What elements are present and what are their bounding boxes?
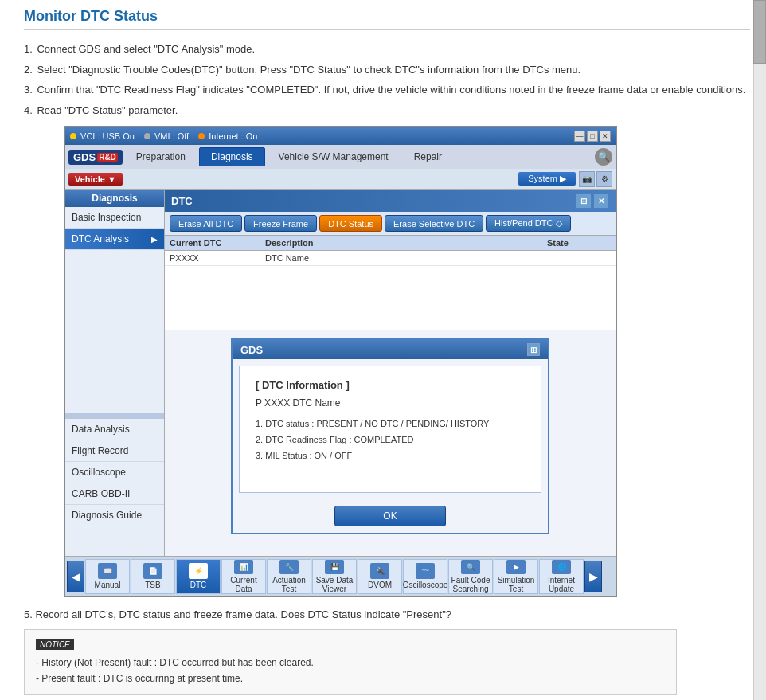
scrollbar-thumb[interactable] xyxy=(753,0,766,64)
tool-dtc[interactable]: ⚡ DTC xyxy=(176,559,221,594)
dialog-code: P XXXX DTC Name xyxy=(256,397,525,409)
tool-manual[interactable]: 📖 Manual xyxy=(85,559,130,594)
dialog-list-item-2: 2. DTC Readiness Flag : COMPLEATED xyxy=(256,432,525,448)
tab-repair[interactable]: Repair xyxy=(402,147,454,166)
sidebar-item-oscilloscope[interactable]: Oscilloscope xyxy=(65,462,164,483)
internet-dot xyxy=(198,133,205,139)
dialog-ok-button[interactable]: OK xyxy=(334,506,445,526)
vci-status: VCI : USB On xyxy=(70,131,135,141)
gds-content: DTC ⊞ ✕ Erase All DTC Freeze Frame DTC S… xyxy=(165,190,616,556)
gds-menubar: GDS R&D Preparation Diagnosis Vehicle S/… xyxy=(65,145,616,169)
gds-logo: GDS R&D xyxy=(68,150,123,165)
dialog-title: GDS ⊞ xyxy=(233,340,548,359)
tsb-icon: 📄 xyxy=(143,563,162,579)
sidebar-item-dtc-analysis[interactable]: DTC Analysis xyxy=(65,229,164,250)
tab-preparation[interactable]: Preparation xyxy=(124,147,197,166)
step-2: 2. Select "Diagnostic Trouble Codes(DTC)… xyxy=(24,62,750,78)
search-icon[interactable]: 🔍 xyxy=(595,148,612,166)
gds-toolbar: Vehicle ▼ System ▶ 📷 ⚙ xyxy=(65,169,616,190)
page-wrapper: Monitor DTC Status 1. Connect GDS and se… xyxy=(0,0,766,700)
step-4: 4. Read "DTC Status" parameter. xyxy=(24,103,750,119)
steps-list: 1. Connect GDS and select "DTC Analysis"… xyxy=(24,41,750,118)
system-button[interactable]: System ▶ xyxy=(518,172,576,186)
tool-simulation-test[interactable]: ▶ Simulation Test xyxy=(494,559,538,594)
sidebar-spacer xyxy=(65,250,164,409)
current-data-icon: 📊 xyxy=(234,560,253,574)
vci-dot xyxy=(70,133,76,139)
sidebar-item-flight-record[interactable]: Flight Record xyxy=(65,440,164,462)
erase-all-dtc-button[interactable]: Erase All DTC xyxy=(170,215,242,232)
dialog-list-item-3: 3. MIL Status : ON / OFF xyxy=(256,448,525,464)
dialog-list-item-1: 1. DTC status : PRESENT / NO DTC / PENDI… xyxy=(256,416,525,432)
sidebar-item-carb-obd[interactable]: CARB OBD-II xyxy=(65,483,164,505)
save-data-icon: 💾 xyxy=(325,560,344,574)
tool-internet-update[interactable]: 🌐 Internet Update xyxy=(539,559,584,594)
dtc-header: DTC ⊞ ✕ xyxy=(165,190,616,212)
gds-window: VCI : USB On VMI : Off Internet : On — □… xyxy=(64,126,617,597)
gds-bottom-toolbar: ◀ 📖 Manual 📄 TSB ⚡ DTC 📊 Current Data 🔧 … xyxy=(65,556,616,596)
actuation-icon: 🔧 xyxy=(279,560,299,574)
vmi-dot xyxy=(144,133,150,139)
scrollbar-track[interactable] xyxy=(753,0,766,700)
sidebar-item-basic-inspection[interactable]: Basic Inspection xyxy=(65,207,164,229)
gds-main: Diagnosis Basic Inspection DTC Analysis … xyxy=(65,190,616,556)
dialog-body: [ DTC Information ] P XXXX DTC Name 1. D… xyxy=(239,366,541,493)
titlebar-status: VCI : USB On VMI : Off Internet : On xyxy=(70,131,257,141)
next-nav-button[interactable]: ▶ xyxy=(584,561,602,592)
tab-diagnosis[interactable]: Diagnosis xyxy=(199,147,265,166)
dtc-buttons-row: Erase All DTC Freeze Frame DTC Status Er… xyxy=(165,212,616,236)
sidebar-header: Diagnosis xyxy=(65,190,164,207)
step-3: 3. Confirm that "DTC Readiness Flag" ind… xyxy=(24,82,750,98)
gds-sidebar: Diagnosis Basic Inspection DTC Analysis … xyxy=(65,190,165,556)
vmi-status: VMI : Off xyxy=(144,131,189,141)
tool-save-data-viewer[interactable]: 💾 Save Data Viewer xyxy=(312,559,357,594)
dtc-icon-2[interactable]: ✕ xyxy=(593,193,609,209)
settings-icon[interactable]: ⚙ xyxy=(596,171,612,187)
step-5-text: 5. Record all DTC's, DTC status and free… xyxy=(24,607,750,623)
fault-code-icon: 🔍 xyxy=(461,560,480,574)
dtc-table-body: PXXXX DTC Name xyxy=(165,251,616,330)
gds-dialog: GDS ⊞ [ DTC Information ] P XXXX DTC Nam… xyxy=(231,338,549,534)
tool-dvom[interactable]: 🔌 DVOM xyxy=(358,559,402,594)
sidebar-group-data-analysis xyxy=(65,413,164,419)
dvom-icon: 🔌 xyxy=(370,563,389,579)
tool-fault-code[interactable]: 🔍 Fault Code Searching xyxy=(448,559,493,594)
freeze-frame-button[interactable]: Freeze Frame xyxy=(244,215,317,232)
tab-vehicle-sw[interactable]: Vehicle S/W Management xyxy=(267,147,401,166)
notice-text: - History (Not Present) fault : DTC occu… xyxy=(36,655,665,687)
hist-pend-dtc-button[interactable]: Hist/Pend DTC ◇ xyxy=(486,215,570,232)
notice-box: NOTICE - History (Not Present) fault : D… xyxy=(24,629,677,696)
tool-oscilloscope[interactable]: 〰 Oscilloscope xyxy=(403,559,447,594)
gds-titlebar: VCI : USB On VMI : Off Internet : On — □… xyxy=(65,127,616,145)
table-row[interactable]: PXXXX DTC Name xyxy=(165,251,616,266)
dialog-ok-row: OK xyxy=(233,499,548,533)
camera-icon[interactable]: 📷 xyxy=(579,171,595,187)
tool-tsb[interactable]: 📄 TSB xyxy=(131,559,175,594)
sidebar-item-data-analysis[interactable]: Data Analysis xyxy=(65,419,164,440)
dialog-list: 1. DTC status : PRESENT / NO DTC / PENDI… xyxy=(256,416,525,463)
tool-current-data[interactable]: 📊 Current Data xyxy=(221,559,266,594)
manual-icon: 📖 xyxy=(98,563,117,579)
dtc-header-icons: ⊞ ✕ xyxy=(576,193,609,209)
prev-nav-button[interactable]: ◀ xyxy=(67,561,84,592)
dtc-table-header: Current DTC Description State xyxy=(165,236,616,251)
vehicle-button[interactable]: Vehicle ▼ xyxy=(68,173,123,186)
minimize-button[interactable]: — xyxy=(574,131,585,142)
page-title: Monitor DTC Status xyxy=(24,8,750,30)
dialog-icon[interactable]: ⊞ xyxy=(527,343,540,356)
erase-selective-dtc-button[interactable]: Erase Selective DTC xyxy=(385,215,483,232)
tool-actuation-test[interactable]: 🔧 Actuation Test xyxy=(267,559,311,594)
dtc-tool-icon: ⚡ xyxy=(189,563,208,579)
sidebar-item-diagnosis-guide[interactable]: Diagnosis Guide xyxy=(65,505,164,526)
maximize-button[interactable]: □ xyxy=(587,131,598,142)
window-controls: — □ ✕ xyxy=(574,131,611,142)
oscilloscope-icon: 〰 xyxy=(416,563,435,579)
internet-update-icon: 🌐 xyxy=(552,560,571,574)
close-button[interactable]: ✕ xyxy=(600,131,611,142)
internet-status: Internet : On xyxy=(198,131,257,141)
dtc-status-button[interactable]: DTC Status xyxy=(319,215,382,232)
dtc-icon-1[interactable]: ⊞ xyxy=(576,193,592,209)
simulation-icon: ▶ xyxy=(506,560,526,574)
dialog-info-title: [ DTC Information ] xyxy=(256,379,525,391)
step-1: 1. Connect GDS and select "DTC Analysis"… xyxy=(24,41,750,57)
